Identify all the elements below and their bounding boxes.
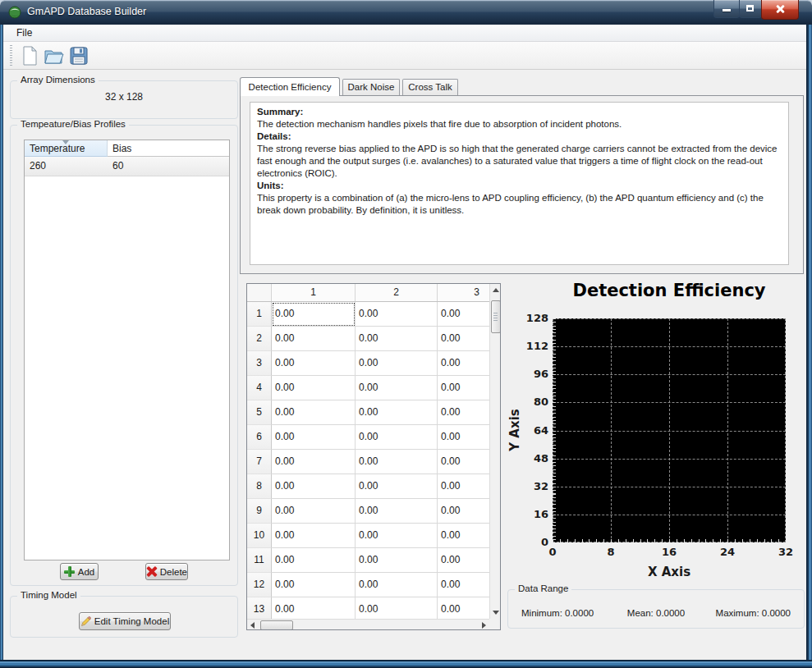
save-file-button[interactable]	[67, 44, 90, 66]
grid-cell[interactable]: 0.00	[272, 573, 356, 597]
grid-row-header[interactable]: 13	[247, 597, 272, 619]
delete-button-label: Delete	[160, 567, 187, 577]
y-tick-label: 128	[526, 312, 548, 325]
grid-cell[interactable]: 0.00	[438, 524, 489, 548]
grid-header-row: 1 2 3	[247, 284, 489, 302]
grid-row-header[interactable]: 6	[247, 425, 272, 450]
grid-cell[interactable]: 0.00	[272, 302, 356, 327]
menu-file[interactable]: File	[10, 25, 39, 39]
toolbar	[3, 42, 806, 70]
grid-cell[interactable]: 0.00	[438, 302, 489, 327]
grid-cell[interactable]: 0.00	[272, 376, 356, 400]
toolbar-drag-handle[interactable]	[10, 45, 12, 66]
edit-timing-model-button[interactable]: Edit Timing Model	[79, 612, 171, 630]
tab-cross-talk[interactable]: Cross Talk	[402, 79, 458, 96]
close-button[interactable]	[761, 0, 799, 20]
open-file-button[interactable]	[43, 44, 66, 66]
vertical-scroll-thumb[interactable]	[491, 300, 501, 333]
grid-horizontal-scrollbar[interactable]	[247, 619, 489, 629]
minimize-button[interactable]	[713, 0, 740, 18]
window-frame-right	[806, 25, 812, 660]
grid-row-header[interactable]: 4	[247, 376, 272, 400]
grid-cell[interactable]: 0.00	[438, 597, 489, 619]
grid-cell[interactable]: 0.00	[438, 499, 489, 524]
scroll-down-icon[interactable]	[493, 611, 499, 615]
grid-cell[interactable]: 0.00	[438, 425, 489, 450]
grid-row-header[interactable]: 7	[247, 450, 272, 474]
grid-cell[interactable]: 0.00	[438, 376, 489, 400]
grid-cell[interactable]: 0.00	[272, 400, 356, 425]
grid-cell[interactable]: 0.00	[272, 524, 356, 548]
new-file-button[interactable]	[18, 44, 41, 66]
tab-dark-noise[interactable]: Dark Noise	[342, 79, 400, 96]
grid-column-header-2[interactable]: 2	[356, 284, 438, 301]
grid-cell[interactable]: 0.00	[438, 400, 489, 425]
grid-row: 100.000.000.00	[247, 524, 489, 548]
red-x-icon	[146, 566, 157, 577]
delete-button[interactable]: Delete	[145, 563, 188, 580]
title-bar[interactable]: GmAPD Database Builder	[0, 0, 812, 25]
grid-cell[interactable]: 0.00	[272, 499, 356, 524]
tab-detection-efficiency[interactable]: Detection Efficiency	[240, 77, 340, 96]
grid-cell[interactable]: 0.00	[356, 302, 438, 327]
x-tick-label: 24	[711, 546, 744, 558]
grid-vertical-scrollbar[interactable]	[489, 284, 500, 619]
profile-row[interactable]: 260 60	[25, 157, 229, 176]
add-button[interactable]: Add	[60, 563, 99, 580]
grid-cell[interactable]: 0.00	[356, 327, 438, 351]
tab-content-panel: Summary: The detection mechanism handles…	[240, 95, 804, 274]
grid-cell[interactable]: 0.00	[272, 351, 356, 376]
x-tick-label: 0	[536, 546, 569, 558]
grid-row-header[interactable]: 8	[247, 474, 272, 499]
grid-cell[interactable]: 0.00	[272, 425, 356, 450]
grid-cell[interactable]: 0.00	[356, 548, 438, 573]
grid-row-header[interactable]: 3	[247, 351, 272, 376]
grid-cell[interactable]: 0.00	[356, 474, 438, 499]
profile-temperature-cell[interactable]: 260	[25, 157, 108, 176]
grid-cell[interactable]: 0.00	[438, 474, 489, 499]
grid-row-header[interactable]: 2	[247, 327, 272, 351]
grid-row: 70.000.000.00	[247, 450, 489, 474]
grid-cell[interactable]: 0.00	[438, 351, 489, 376]
grid-row-header[interactable]: 9	[247, 499, 272, 524]
grid-cell[interactable]: 0.00	[356, 573, 438, 597]
grid-cell[interactable]: 0.00	[356, 450, 438, 474]
y-tick-label: 80	[534, 396, 548, 409]
grid-column-header-3[interactable]: 3	[438, 284, 489, 301]
grid-cell[interactable]: 0.00	[272, 450, 356, 474]
horizontal-scroll-thumb[interactable]	[260, 620, 293, 630]
grid-row-header[interactable]: 10	[247, 524, 272, 548]
grid-cell[interactable]: 0.00	[356, 499, 438, 524]
grid-cell[interactable]: 0.00	[438, 548, 489, 573]
grid-cell[interactable]: 0.00	[272, 548, 356, 573]
grid-row: 10.000.000.00	[247, 302, 489, 327]
units-body: This property is a combination of (a) th…	[257, 192, 782, 217]
grid-row-header[interactable]: 1	[247, 302, 272, 327]
grid-cell[interactable]: 0.00	[272, 474, 356, 499]
grid-cell[interactable]: 0.00	[356, 425, 438, 450]
grid-cell[interactable]: 0.00	[272, 597, 356, 619]
grid-corner-cell[interactable]	[247, 284, 272, 301]
edit-timing-model-label: Edit Timing Model	[94, 616, 169, 626]
grid-cell[interactable]: 0.00	[356, 351, 438, 376]
scroll-right-icon[interactable]	[482, 622, 486, 629]
grid-row: 130.000.000.00	[247, 597, 489, 619]
grid-row-header[interactable]: 11	[247, 548, 272, 573]
column-header-temperature[interactable]: Temperature	[25, 140, 108, 157]
grid-cell[interactable]: 0.00	[356, 524, 438, 548]
grid-cell[interactable]: 0.00	[272, 327, 356, 351]
scroll-left-icon[interactable]	[250, 622, 255, 629]
grid-column-header-1[interactable]: 1	[272, 284, 356, 301]
grid-cell[interactable]: 0.00	[438, 327, 489, 351]
grid-cell[interactable]: 0.00	[438, 573, 489, 597]
grid-cell[interactable]: 0.00	[356, 597, 438, 619]
grid-cell[interactable]: 0.00	[356, 400, 438, 425]
grid-row-header[interactable]: 5	[247, 400, 272, 425]
scroll-up-icon[interactable]	[493, 288, 499, 292]
column-header-bias[interactable]: Bias	[108, 140, 229, 157]
profile-bias-cell[interactable]: 60	[108, 157, 123, 176]
maximize-button[interactable]	[739, 0, 762, 18]
grid-cell[interactable]: 0.00	[356, 376, 438, 400]
grid-row-header[interactable]: 12	[247, 573, 272, 597]
grid-cell[interactable]: 0.00	[438, 450, 489, 474]
